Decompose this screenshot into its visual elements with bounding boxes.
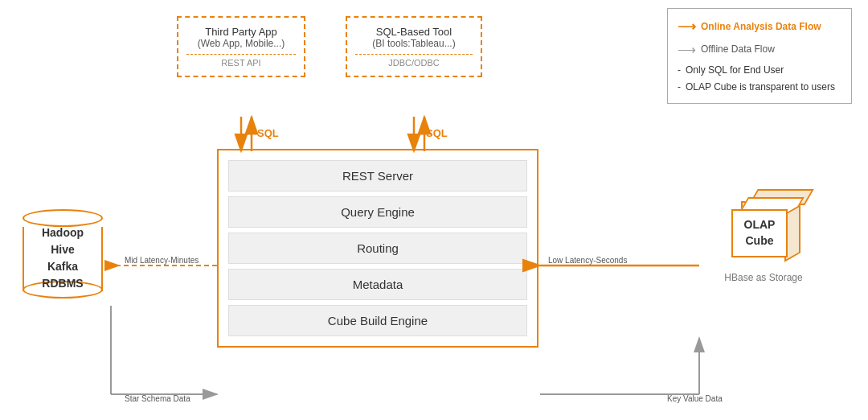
olap-container: OLAP Cube HBase as Storage <box>703 193 824 283</box>
legend-item-offline: ⟶ Offline Data Flow <box>678 39 841 62</box>
cube-front: OLAP Cube <box>731 209 788 257</box>
hbase-label: HBase as Storage <box>703 272 824 283</box>
third-party-subtitle: (Web App, Mobile...) <box>186 38 296 49</box>
diagram-container: ⟶ Online Analysis Data Flow ⟶ Offline Da… <box>0 0 868 420</box>
rest-api-label: REST API <box>186 54 296 68</box>
mid-latency-label: Mid Latency-Minutes <box>125 256 199 265</box>
key-value-label: Key Value Data <box>667 394 723 403</box>
sql-label-left: SQL <box>257 127 279 139</box>
third-party-title: Third Party App <box>186 26 296 38</box>
legend-item-online: ⟶ Online Analysis Data Flow <box>678 15 841 39</box>
third-party-box: Third Party App (Web App, Mobile...) RES… <box>177 16 305 77</box>
hadoop-container: Hadoop Hive Kafka RDBMS <box>14 209 111 291</box>
orange-arrow-icon: ⟶ <box>678 15 696 39</box>
gray-arrow-icon: ⟶ <box>678 39 696 62</box>
sql-tool-title: SQL-Based Tool <box>355 26 473 38</box>
hadoop-text: Hadoop Hive Kafka RDBMS <box>42 224 84 292</box>
cylinder-body: Hadoop Hive Kafka RDBMS <box>23 227 103 291</box>
star-schema-label: Star Schema Data <box>125 394 190 403</box>
kylin-main-box: REST Server Query Engine Routing Metadat… <box>217 149 538 348</box>
rest-server-row: REST Server <box>228 160 527 191</box>
query-engine-row: Query Engine <box>228 196 527 228</box>
cube-build-row: Cube Build Engine <box>228 305 527 336</box>
jdbc-label: JDBC/ODBC <box>355 54 473 68</box>
legend-item-olap: - OLAP Cube is transparent to users <box>678 79 841 97</box>
hadoop-cylinder: Hadoop Hive Kafka RDBMS <box>23 209 103 291</box>
routing-row: Routing <box>228 233 527 264</box>
metadata-row: Metadata <box>228 269 527 300</box>
legend-box: ⟶ Online Analysis Data Flow ⟶ Offline Da… <box>667 8 852 104</box>
sql-tool-subtitle: (BI tools:Tableau...) <box>355 38 473 49</box>
legend-item-sql: - Only SQL for End User <box>678 62 841 80</box>
cube-wrapper: OLAP Cube <box>723 193 804 266</box>
sql-tool-box: SQL-Based Tool (BI tools:Tableau...) JDB… <box>346 16 482 77</box>
low-latency-label: Low Latency-Seconds <box>548 256 627 265</box>
sql-label-right: SQL <box>426 127 448 139</box>
